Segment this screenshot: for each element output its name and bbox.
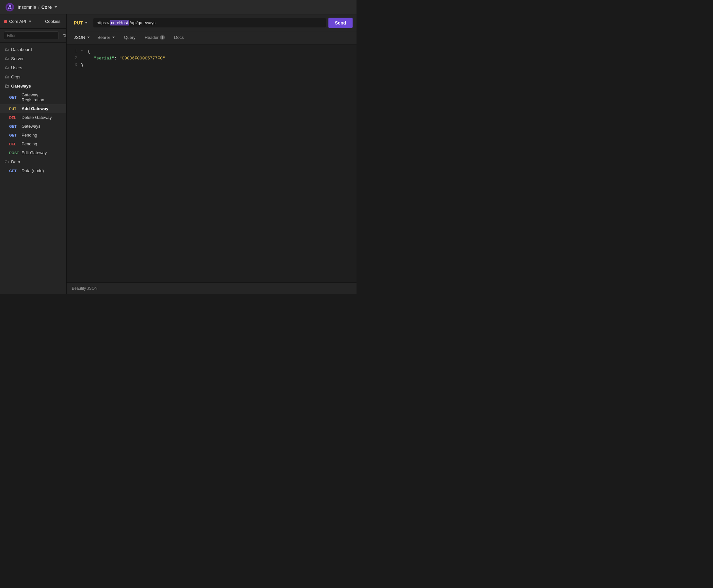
url-host-variable: coreHost (110, 20, 129, 25)
send-button[interactable]: Send (328, 18, 352, 28)
sidebar-request-delete-gateway[interactable]: DEL Delete Gateway (0, 113, 66, 122)
tab-query[interactable]: Query (120, 32, 140, 43)
sidebar-request-gateways[interactable]: GET Gateways (0, 122, 66, 131)
code-indent: "serial": "000D6F000C5777FC" (86, 55, 165, 62)
url-path: /api/gateways (130, 20, 156, 25)
format-chevron (87, 37, 90, 38)
title-slash: / (38, 5, 40, 10)
sidebar: Core API Cookies ⇅ ⊕▾ 🗂 Dashboard 🗂 Serv… (0, 14, 67, 294)
code-text: } (81, 62, 84, 69)
colon: : (114, 56, 120, 61)
json-value: "000D6F000C5777FC" (119, 56, 165, 61)
url-bar: PUT https:// coreHost /api/gateways Send (67, 14, 356, 31)
method-badge: GET (9, 169, 19, 173)
line-number: 3 (72, 62, 77, 68)
json-key: "serial" (86, 56, 114, 61)
filter-input[interactable] (4, 31, 59, 40)
tab-label: Query (124, 35, 135, 40)
tab-label: Docs (174, 35, 184, 40)
url-prefix: https:// (96, 20, 109, 25)
sidebar-item-orgs[interactable]: 🗂 Orgs (0, 72, 66, 81)
code-editor[interactable]: 1 ▾ { 2 "serial": "000D6F000C5777FC" 3 } (67, 44, 356, 282)
sidebar-item-dashboard[interactable]: 🗂 Dashboard (0, 45, 66, 54)
project-chevron[interactable] (55, 6, 57, 8)
sidebar-request-add-gateway[interactable]: PUT Add Gateway (0, 104, 66, 113)
sidebar-request-edit-gateway[interactable]: POST Edit Gateway (0, 148, 66, 157)
folder-open-icon: 🗁 (5, 83, 9, 88)
collapse-arrow: ▾ (81, 48, 83, 54)
app-name: Insomnia (18, 5, 36, 10)
method-badge: POST (9, 151, 19, 155)
sidebar-item-users[interactable]: 🗂 Users (0, 63, 66, 72)
sidebar-item-gateways[interactable]: 🗁 Gateways (0, 81, 66, 90)
code-line-1: 1 ▾ { (72, 48, 351, 55)
method-badge: DEL (9, 115, 19, 120)
content-pane: PUT https:// coreHost /api/gateways Send… (67, 14, 356, 294)
method-badge: GET (9, 96, 19, 99)
line-number: 1 (72, 48, 77, 55)
env-label: Core API (9, 19, 26, 24)
sidebar-request-pending-get[interactable]: GET Pending (0, 131, 66, 140)
tab-label: Header (145, 35, 159, 40)
header-badge: 1 (160, 35, 165, 40)
sidebar-header: Core API Cookies (0, 14, 66, 29)
titlebar: Insomnia / Core (0, 0, 356, 14)
tab-header[interactable]: Header 1 (140, 32, 169, 43)
sidebar-item-server[interactable]: 🗂 Server (0, 54, 66, 63)
method-badge: GET (9, 124, 19, 128)
sidebar-folder-label: Server (11, 56, 23, 61)
sidebar-folder-label: Users (11, 65, 22, 70)
svg-point-3 (8, 7, 10, 9)
request-label: Gateway Registration (22, 92, 62, 102)
request-label: Delete Gateway (22, 115, 52, 120)
sidebar-folder-label: Orgs (11, 75, 20, 79)
sidebar-request-data-node[interactable]: GET Data (node) (0, 166, 66, 175)
project-name: Core (41, 5, 52, 10)
nav-section: 🗂 Dashboard 🗂 Server 🗂 Users 🗂 Orgs 🗁 Ga… (0, 43, 66, 177)
beautify-label: Beautify JSON (72, 286, 98, 291)
tab-format-selector[interactable]: JSON (70, 32, 93, 43)
method-chevron (85, 22, 87, 23)
folder-icon: 🗂 (5, 56, 9, 61)
tab-label: Bearer (98, 35, 110, 40)
svg-point-4 (10, 7, 12, 9)
tab-bar: JSON Bearer Query Header 1 Docs (67, 31, 356, 44)
sidebar-folder-label: Dashboard (11, 47, 32, 52)
request-label: Pending (22, 133, 37, 138)
code-text: { (87, 48, 90, 55)
tab-docs[interactable]: Docs (169, 32, 188, 43)
request-label: Add Gateway (22, 106, 48, 111)
format-label: JSON (74, 35, 85, 40)
folder-open-icon: 🗁 (5, 159, 9, 164)
sidebar-toolbar: ⇅ ⊕▾ (0, 29, 66, 43)
method-selector[interactable]: PUT (70, 19, 91, 27)
sidebar-request-pending-del[interactable]: DEL Pending (0, 140, 66, 148)
method-badge: GET (9, 133, 19, 137)
code-line-3: 3 } (72, 62, 351, 69)
svg-point-2 (9, 5, 11, 7)
url-input[interactable]: https:// coreHost /api/gateways (93, 18, 326, 27)
tab-bearer[interactable]: Bearer (93, 32, 120, 43)
environment-selector[interactable]: Core API (4, 19, 31, 24)
sidebar-item-data[interactable]: 🗁 Data (0, 157, 66, 166)
method-badge: DEL (9, 142, 19, 146)
request-label: Pending (22, 142, 37, 146)
bearer-chevron (112, 37, 115, 38)
env-status-dot (4, 20, 7, 23)
titlebar-title: Insomnia / Core (18, 5, 57, 10)
code-line-2: 2 "serial": "000D6F000C5777FC" (72, 55, 351, 62)
sidebar-request-gateway-registration[interactable]: GET Gateway Registration (0, 90, 66, 104)
line-number: 2 (72, 55, 77, 61)
beautify-button[interactable]: Beautify JSON (67, 282, 356, 294)
main-layout: Core API Cookies ⇅ ⊕▾ 🗂 Dashboard 🗂 Serv… (0, 14, 356, 294)
cookies-button[interactable]: Cookies (43, 18, 62, 25)
sort-button[interactable]: ⇅ (61, 32, 67, 39)
sidebar-folder-label: Gateways (11, 84, 31, 88)
sidebar-folder-label: Data (11, 160, 20, 164)
method-badge: PUT (9, 107, 19, 111)
folder-icon: 🗂 (5, 74, 9, 79)
folder-icon: 🗂 (5, 47, 9, 52)
request-label: Gateways (22, 124, 41, 129)
env-chevron (29, 21, 31, 22)
request-label: Data (node) (22, 168, 44, 173)
